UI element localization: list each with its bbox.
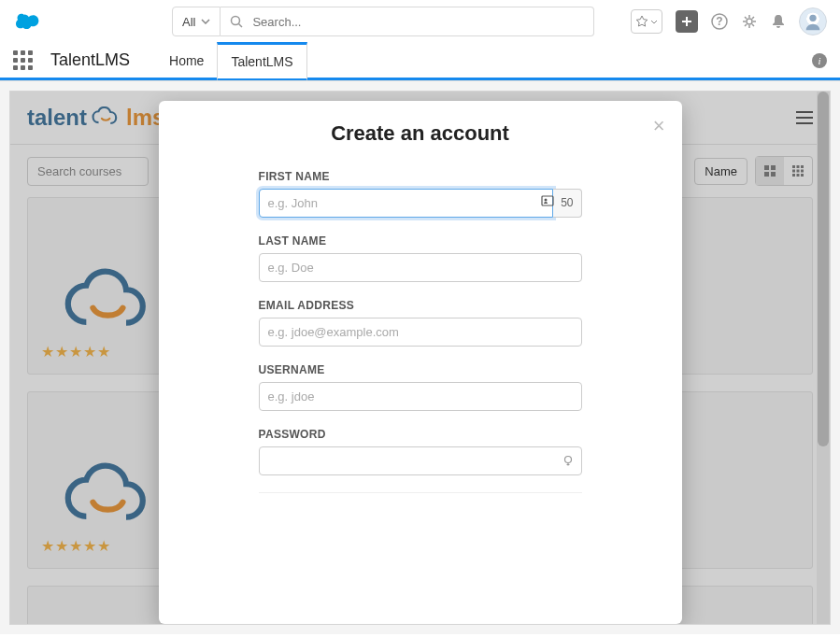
favorites-button[interactable] [631,9,662,34]
first-name-row: FIRST NAME 50 [259,170,582,218]
gear-icon[interactable] [741,13,758,30]
form-divider [259,492,582,493]
salesforce-header: All ? [0,0,840,43]
search-scope-label: All [182,15,195,29]
svg-point-5 [809,15,816,21]
svg-line-1 [239,24,243,28]
help-icon[interactable]: ? [711,13,728,30]
modal-close-button[interactable]: × [653,114,665,138]
global-search: All [172,7,594,36]
embedded-app-area: talent lms Name [0,80,840,634]
char-counter: 50 [553,189,581,218]
username-row: USERNAME [259,363,582,411]
email-row: EMAIL ADDRESS [259,299,582,347]
last-name-input[interactable] [259,253,582,282]
email-label: EMAIL ADDRESS [259,299,582,312]
svg-point-21 [564,457,571,463]
last-name-label: LAST NAME [259,234,582,248]
first-name-input[interactable] [259,189,554,218]
tab-talentlms[interactable]: TalentLMS [217,42,306,81]
star-icon [635,15,648,28]
salesforce-logo-icon [13,11,41,32]
search-input[interactable] [252,15,584,29]
tab-home[interactable]: Home [156,44,217,78]
search-icon [230,15,243,28]
key-icon [562,454,575,467]
talentlms-frame: talent lms Name [9,91,831,625]
contact-card-icon [541,194,554,207]
email-input[interactable] [259,318,582,347]
svg-point-0 [232,17,240,25]
app-launcher-icon[interactable] [13,50,34,71]
info-icon[interactable]: i [812,53,827,68]
chevron-down-icon [650,20,658,24]
user-avatar[interactable] [799,7,827,35]
username-input[interactable] [259,382,582,411]
password-input[interactable] [259,446,582,475]
chevron-down-icon [201,19,210,24]
svg-point-4 [747,19,752,24]
global-add-button[interactable] [676,10,698,33]
app-name: TalentLMS [50,50,130,70]
svg-text:?: ? [716,15,722,28]
plus-icon [681,16,692,27]
password-label: PASSWORD [259,428,582,441]
search-box [221,7,594,36]
last-name-row: LAST NAME [259,234,582,282]
app-navigation: TalentLMS Home TalentLMS i [0,43,840,80]
header-actions: ? [631,7,827,35]
modal-title: Create an account [187,121,654,146]
signup-form: FIRST NAME 50 LAST NAME EMAIL ADDRESS [259,170,582,493]
search-scope-dropdown[interactable]: All [172,7,221,36]
password-row: PASSWORD [259,428,582,475]
bell-icon[interactable] [771,13,786,30]
modal-overlay: × Create an account FIRST NAME 50 LAST N… [10,92,830,624]
svg-rect-19 [542,196,553,205]
username-label: USERNAME [259,363,582,376]
create-account-modal: × Create an account FIRST NAME 50 LAST N… [159,101,682,624]
first-name-label: FIRST NAME [259,170,582,183]
svg-point-20 [544,199,547,202]
